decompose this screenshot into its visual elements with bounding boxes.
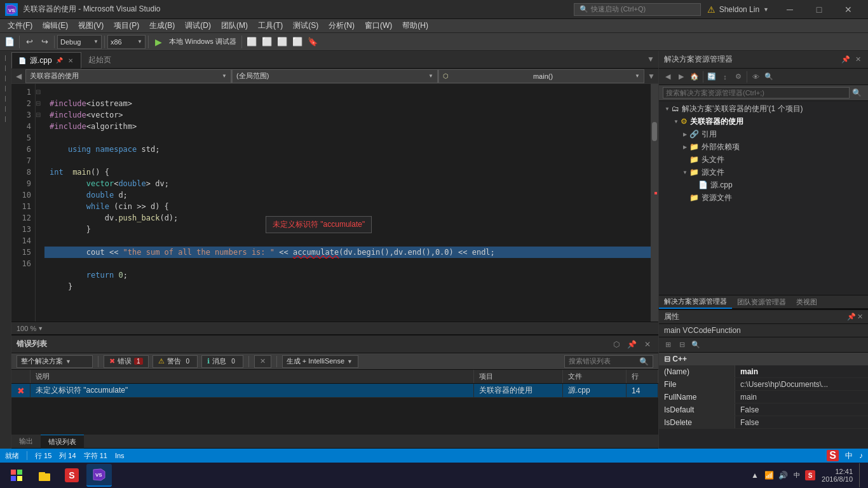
menu-test[interactable]: 测试(S) <box>288 19 323 33</box>
panel-float-btn[interactable]: ⬡ <box>611 339 622 350</box>
music-icon[interactable]: ♪ <box>859 451 863 460</box>
quick-launch-bar[interactable]: 🔍 快速启动 (Ctrl+Q) <box>574 3 701 16</box>
se-back-btn[interactable]: ◀ <box>661 71 674 83</box>
tab-output[interactable]: 输出 <box>11 435 41 449</box>
tree-item-source-cpp[interactable]: ▶ 📄 源.cpp <box>659 179 868 191</box>
col-file[interactable]: 文件 <box>563 370 627 383</box>
tree-item-project[interactable]: ▼ ⚙ 关联容器的使用 <box>659 115 868 128</box>
code-editor[interactable]: #include<iostream> #include<vector> #inc… <box>44 84 651 322</box>
sogou-icon[interactable]: S <box>827 450 839 461</box>
tab-start-page[interactable]: 起始页 <box>81 51 118 68</box>
tray-arrow[interactable]: ▲ <box>749 470 761 481</box>
se-search-input[interactable] <box>663 87 850 98</box>
bookmark-btn[interactable]: 🔖 <box>306 35 320 49</box>
tab-source-cpp[interactable]: 📄 源.cpp 📌 ✕ <box>11 52 81 69</box>
undo-btn[interactable]: ↩ <box>22 35 36 49</box>
menu-debug[interactable]: 调试(D) <box>180 19 216 33</box>
tray-icon-3[interactable]: 中 <box>791 470 803 481</box>
se-collapse-btn[interactable]: ↕ <box>719 71 731 83</box>
menu-project[interactable]: 项目(P) <box>109 19 144 33</box>
menu-file[interactable]: 文件(F) <box>3 19 37 33</box>
tree-item-external-deps[interactable]: ▶ 📁 外部依赖项 <box>659 140 868 153</box>
props-categorize-btn[interactable]: ⊟ <box>675 339 688 351</box>
panel-pin-btn[interactable]: 📌 <box>625 339 639 350</box>
gutter-icon-2[interactable]: | <box>1 64 10 72</box>
taskbar-explorer[interactable] <box>32 464 57 487</box>
gutter-icon-5[interactable]: | <box>1 94 10 103</box>
tab-error-list[interactable]: 错误列表 <box>41 435 84 449</box>
se-tab-solution[interactable]: 解决方案资源管理器 <box>659 295 732 309</box>
gutter-icon-6[interactable]: | <box>1 104 10 113</box>
message-filter-btn[interactable]: ℹ 消息 0 <box>201 355 243 368</box>
warning-filter-btn[interactable]: ⚠ 警告 0 <box>153 355 198 368</box>
props-sort-btn[interactable]: ⊞ <box>661 339 674 351</box>
ime-icon[interactable]: 中 <box>845 451 853 461</box>
platform-combo[interactable]: x86 ▼ <box>107 35 146 49</box>
nav-member-combo[interactable]: ⬡ main() ▼ <box>438 69 644 83</box>
prop-group-cpp[interactable]: ⊟ C++ <box>659 353 868 365</box>
error-search-icon[interactable]: 🔍 <box>639 357 649 366</box>
se-search-button[interactable]: 🔍 <box>850 87 864 98</box>
menu-edit[interactable]: 编辑(E) <box>37 19 73 33</box>
gutter-icon-1[interactable]: | <box>1 53 10 62</box>
se-pin-btn[interactable]: 📌 <box>839 54 852 65</box>
tray-icon-1[interactable]: 📶 <box>763 470 775 481</box>
tray-sogou-icon[interactable]: S <box>805 470 815 480</box>
username[interactable]: Sheldon Lin <box>719 5 759 14</box>
run-button[interactable]: ▶ <box>151 35 165 49</box>
se-close-btn[interactable]: ✕ <box>853 54 863 65</box>
tree-item-references[interactable]: ▶ 🔗 引用 <box>659 128 868 140</box>
zoom-dropdown[interactable]: ▼ <box>37 325 43 332</box>
se-refresh-btn[interactable]: 🔄 <box>705 71 718 83</box>
panel-close-btn[interactable]: ✕ <box>642 339 653 350</box>
user-dropdown-icon[interactable]: ▼ <box>763 6 769 13</box>
col-project[interactable]: 项目 <box>474 370 563 383</box>
code-area[interactable]: 1 2 3 4 5 6 7 8 9 10 11 12 13 14 <box>11 84 658 322</box>
minimize-button[interactable]: ─ <box>775 0 804 19</box>
nav-settings-btn[interactable]: ▼ <box>644 69 658 83</box>
scope-filter-combo[interactable]: 整个解决方案 ▼ <box>17 355 93 368</box>
tree-item-solution[interactable]: ▼ 🗂 解决方案'关联容器的使用'(1 个项目) <box>659 102 868 115</box>
tab-overflow-button[interactable]: ▼ <box>643 51 658 68</box>
tab-icon-pin[interactable]: 📌 <box>56 57 63 64</box>
taskbar-sogou[interactable]: S <box>60 464 84 487</box>
new-project-btn[interactable]: 📄 <box>3 35 17 49</box>
props-close-btn[interactable]: ✕ <box>857 313 863 321</box>
step-over-btn[interactable]: ⬜ <box>260 35 274 49</box>
se-filter-btn[interactable]: 🔍 <box>763 71 775 83</box>
close-button[interactable]: ✕ <box>834 0 863 19</box>
se-forward-btn[interactable]: ▶ <box>675 71 688 83</box>
menu-view[interactable]: 视图(V) <box>73 19 109 33</box>
nav-object-combo[interactable]: 关联容器的使用 ▼ <box>25 69 231 83</box>
restore-button[interactable]: □ <box>804 0 834 19</box>
menu-window[interactable]: 窗口(W) <box>360 19 397 33</box>
zoom-level[interactable]: 100 % <box>17 325 36 332</box>
tab-source-cpp-close[interactable]: ✕ <box>67 57 74 65</box>
props-filter-btn[interactable]: 🔍 <box>689 339 702 351</box>
show-desktop-button[interactable] <box>859 463 864 487</box>
tree-item-header-files[interactable]: ▶ 📁 头文件 <box>659 153 868 166</box>
menu-tools[interactable]: 工具(T) <box>253 19 288 33</box>
gutter-icon-3[interactable]: | <box>1 74 10 83</box>
menu-team[interactable]: 团队(M) <box>216 19 253 33</box>
se-home-btn[interactable]: 🏠 <box>688 71 701 83</box>
tray-icon-2[interactable]: 🔊 <box>777 470 789 481</box>
col-icon[interactable] <box>11 370 31 383</box>
clear-filter-btn[interactable]: ✕ <box>254 355 271 368</box>
menu-build[interactable]: 生成(B) <box>144 19 180 33</box>
step-out-btn[interactable]: ⬜ <box>290 35 304 49</box>
se-tab-class[interactable]: 类视图 <box>791 295 822 309</box>
breakpoint-btn[interactable]: ⬜ <box>245 35 259 49</box>
se-show-all-btn[interactable]: 👁 <box>749 71 762 83</box>
se-settings-btn[interactable]: ⚙ <box>732 71 745 83</box>
tree-item-source-files[interactable]: ▼ 📁 源文件 <box>659 166 868 179</box>
nav-scope-combo[interactable]: (全局范围) ▼ <box>232 69 438 83</box>
build-filter-combo[interactable]: 生成 + IntelliSense ▼ <box>282 355 358 368</box>
menu-help[interactable]: 帮助(H) <box>397 19 433 33</box>
se-tab-team[interactable]: 团队资源管理器 <box>732 295 791 309</box>
error-filter-btn[interactable]: ✖ 错误 1 <box>104 355 149 368</box>
gutter-icon-7[interactable]: | <box>1 114 10 123</box>
taskbar-vs[interactable]: VS <box>86 464 112 487</box>
tree-item-resource-files[interactable]: ▶ 📁 资源文件 <box>659 191 868 204</box>
redo-btn[interactable]: ↪ <box>37 35 51 49</box>
